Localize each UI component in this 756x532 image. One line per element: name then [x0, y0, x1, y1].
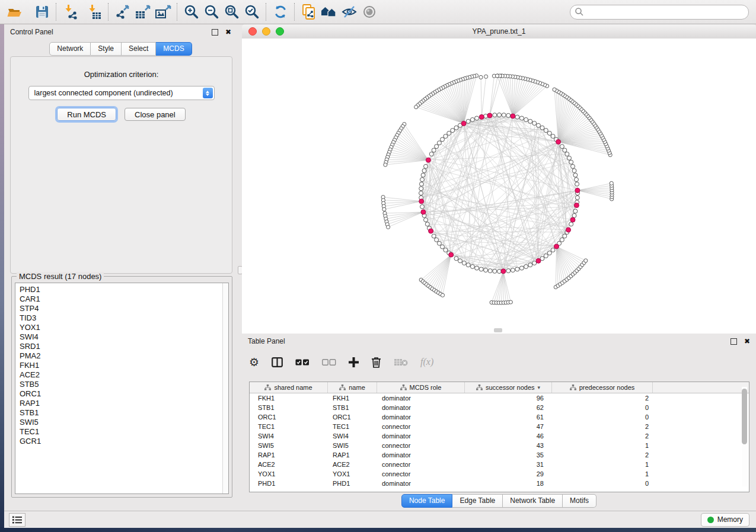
tab-motifs[interactable]: Motifs [563, 494, 596, 508]
mcds-result-item[interactable]: STP4 [20, 304, 228, 313]
cell-MCDS-role[interactable]: connector [377, 470, 465, 477]
cell-successor-nodes[interactable]: 43 [465, 442, 552, 449]
cell-predecessor-nodes[interactable]: 0 [552, 414, 653, 421]
cell-successor-nodes[interactable]: 47 [465, 423, 552, 430]
close-panel-button[interactable]: Close panel [125, 108, 186, 121]
tab-style[interactable]: Style [91, 42, 122, 56]
cell-predecessor-nodes[interactable]: 2 [552, 451, 653, 459]
save-session-icon[interactable] [32, 3, 52, 21]
close-panel-icon[interactable]: ✖ [225, 28, 231, 36]
tab-network-table[interactable]: Network Table [503, 494, 563, 508]
table-vscroll-thumb[interactable] [742, 389, 747, 444]
network-hscroll-thumb[interactable] [494, 328, 502, 332]
cell-name[interactable]: ACE2 [328, 461, 377, 468]
import-network-icon[interactable] [60, 3, 81, 21]
delete-column-trash-icon[interactable] [371, 357, 381, 368]
cell-shared-name[interactable]: TEC1 [250, 423, 328, 430]
table-row[interactable]: PHD1PHD1dominator180 [250, 479, 749, 488]
cell-MCDS-role[interactable]: dominator [377, 404, 465, 411]
cell-name[interactable]: RAP1 [328, 451, 377, 459]
panel-splitter[interactable] [237, 24, 242, 511]
open-file-icon[interactable] [5, 3, 25, 21]
search-input[interactable] [584, 6, 735, 18]
export-network-icon[interactable] [113, 3, 133, 21]
cell-successor-nodes[interactable]: 62 [465, 404, 552, 411]
cell-MCDS-role[interactable]: connector [377, 423, 465, 430]
cell-name[interactable]: FKH1 [328, 395, 377, 402]
column-header-predecessor-nodes[interactable]: predecessor nodes [552, 382, 653, 393]
add-column-icon[interactable] [349, 357, 359, 367]
sort-dropdown-icon[interactable]: ▾ [538, 384, 541, 390]
mcds-result-list[interactable]: PHD1CAR1STP4TID3YOX1SWI4SRD1PMA2FKH1ACE2… [15, 283, 229, 494]
table-row[interactable]: RAP1RAP1dominator352 [250, 450, 749, 460]
cell-name[interactable]: YOX1 [328, 470, 377, 477]
cell-predecessor-nodes[interactable]: 0 [552, 480, 653, 487]
mcds-result-item[interactable]: PHD1 [20, 285, 228, 294]
zoom-in-icon[interactable] [181, 3, 202, 21]
cell-predecessor-nodes[interactable]: 1 [552, 470, 653, 477]
cell-successor-nodes[interactable]: 18 [465, 480, 552, 487]
mcds-result-item[interactable]: RAP1 [20, 399, 228, 408]
column-header-shared-name[interactable]: shared name [250, 382, 328, 393]
cell-successor-nodes[interactable]: 29 [465, 470, 552, 477]
cell-successor-nodes[interactable]: 96 [465, 395, 552, 402]
cell-successor-nodes[interactable]: 35 [465, 451, 552, 459]
cell-successor-nodes[interactable]: 46 [465, 432, 552, 440]
network-window-titlebar[interactable]: YPA_prune.txt_1 [242, 24, 756, 39]
mcds-result-item[interactable]: SWI5 [20, 418, 228, 427]
cell-name[interactable]: PHD1 [328, 480, 377, 487]
cell-MCDS-role[interactable]: dominator [377, 414, 465, 421]
mcds-result-item[interactable]: ACE2 [20, 370, 228, 380]
mcds-result-item[interactable]: TEC1 [20, 427, 228, 437]
cell-shared-name[interactable]: SWI4 [250, 432, 328, 440]
cell-shared-name[interactable]: RAP1 [250, 451, 328, 459]
mcds-result-item[interactable]: STB1 [20, 408, 228, 418]
cell-shared-name[interactable]: FKH1 [250, 395, 328, 402]
cell-name[interactable]: SWI5 [328, 442, 377, 449]
float-panel-icon[interactable] [212, 29, 218, 36]
cell-predecessor-nodes[interactable]: 2 [552, 432, 653, 440]
cell-shared-name[interactable]: SWI5 [250, 442, 328, 449]
memory-button[interactable]: Memory [701, 513, 749, 527]
network-canvas[interactable] [242, 39, 756, 334]
tab-select[interactable]: Select [122, 42, 156, 56]
hide-style-eye-icon[interactable] [339, 3, 359, 21]
table-row[interactable]: ORC1ORC1dominator610 [250, 412, 749, 422]
duplicate-network-icon[interactable] [299, 3, 319, 21]
mcds-result-item[interactable]: GCR1 [20, 437, 228, 446]
run-mcds-button[interactable]: Run MCDS [57, 108, 116, 121]
column-header-successor-nodes[interactable]: successor nodes▾ [465, 382, 552, 393]
mcds-result-item[interactable]: CAR1 [20, 294, 228, 304]
column-header-name[interactable]: name [328, 382, 377, 393]
cell-predecessor-nodes[interactable]: 1 [552, 461, 653, 468]
table-row[interactable]: SWI5SWI5connector431 [250, 441, 749, 450]
tab-mcds[interactable]: MCDS [156, 42, 192, 56]
cell-name[interactable]: TEC1 [328, 423, 377, 430]
import-table-icon[interactable] [84, 3, 104, 21]
mcds-list-scrollbar[interactable] [222, 283, 228, 493]
mcds-result-item[interactable]: FKH1 [20, 361, 228, 370]
graphics-details-eye-icon[interactable] [359, 3, 379, 21]
cell-MCDS-role[interactable]: dominator [377, 451, 465, 459]
cell-predecessor-nodes[interactable]: 0 [552, 404, 653, 411]
mcds-result-item[interactable]: PMA2 [20, 351, 228, 361]
mcds-result-item[interactable]: ORC1 [20, 389, 228, 399]
cell-shared-name[interactable]: PHD1 [250, 480, 328, 487]
tab-network[interactable]: Network [49, 42, 91, 56]
cell-name[interactable]: ORC1 [328, 414, 377, 421]
select-all-checked-icon[interactable] [295, 359, 310, 366]
cell-MCDS-role[interactable]: dominator [377, 395, 465, 402]
cell-shared-name[interactable]: YOX1 [250, 470, 328, 477]
zoom-fit-icon[interactable] [222, 3, 242, 21]
table-row[interactable]: STB1STB1dominator620 [250, 403, 749, 412]
network-graph[interactable] [242, 39, 756, 334]
cell-MCDS-role[interactable]: dominator [377, 480, 465, 487]
optimization-criterion-select[interactable]: largest connected component (undirected) [28, 86, 215, 100]
cell-name[interactable]: SWI4 [328, 432, 377, 440]
cell-shared-name[interactable]: ORC1 [250, 414, 328, 421]
split-view-icon[interactable] [272, 357, 283, 367]
cell-MCDS-role[interactable]: connector [377, 442, 465, 449]
cell-predecessor-nodes[interactable]: 1 [552, 442, 653, 449]
table-row[interactable]: SWI4SWI4dominator462 [250, 431, 749, 441]
tab-edge-table[interactable]: Edge Table [452, 494, 503, 508]
